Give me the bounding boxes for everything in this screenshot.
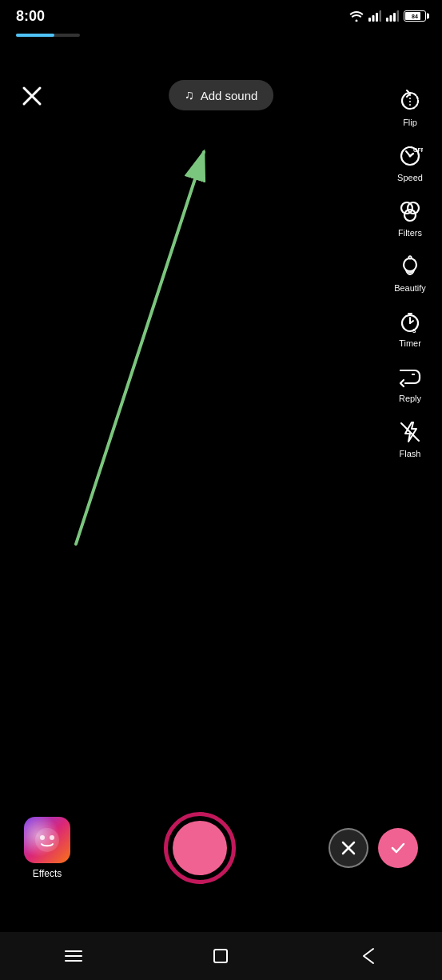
progress-bar-fill <box>16 34 54 37</box>
svg-rect-35 <box>214 950 227 962</box>
beautify-icon <box>397 254 423 279</box>
flip-button[interactable]: Flip <box>386 80 434 134</box>
right-toolbar: Flip OFF Speed Filters <box>386 80 434 465</box>
filters-label: Filters <box>398 228 422 238</box>
delete-icon <box>340 839 357 857</box>
nav-bar <box>0 932 442 980</box>
battery-text: 84 <box>412 14 418 19</box>
flash-label: Flash <box>400 449 421 458</box>
timer-icon: 3 <box>397 309 423 334</box>
svg-point-17 <box>404 210 416 221</box>
signal-icon-2 <box>386 10 399 22</box>
flash-button[interactable]: Flash <box>386 411 434 465</box>
confirm-button[interactable] <box>378 828 418 868</box>
record-button-outer[interactable] <box>164 812 236 884</box>
svg-rect-13 <box>408 146 412 148</box>
svg-rect-2 <box>376 13 378 22</box>
add-sound-label: Add sound <box>201 89 258 102</box>
flash-icon <box>397 419 423 445</box>
add-sound-button[interactable]: ♫ Add sound <box>169 80 274 110</box>
reply-label: Reply <box>399 394 421 403</box>
right-actions <box>329 828 418 868</box>
signal-icon <box>368 10 381 22</box>
progress-bar <box>16 34 80 37</box>
svg-point-12 <box>409 155 412 158</box>
effects-button[interactable]: Effects <box>24 817 70 879</box>
timer-label: Timer <box>399 338 421 348</box>
svg-rect-7 <box>397 10 400 22</box>
reply-icon <box>397 364 423 390</box>
effects-icon-inner <box>24 817 70 863</box>
svg-rect-0 <box>368 18 371 22</box>
reply-button[interactable]: Reply <box>386 356 434 410</box>
speed-label: Speed <box>397 173 423 182</box>
flip-label: Flip <box>403 118 417 127</box>
confirm-icon <box>389 839 407 857</box>
nav-menu-button[interactable] <box>58 940 90 972</box>
speed-icon-wrap: OFF <box>396 142 424 170</box>
close-button[interactable] <box>16 80 48 112</box>
svg-line-26 <box>76 152 204 544</box>
nav-home-button[interactable] <box>205 940 237 972</box>
svg-point-27 <box>35 828 59 852</box>
speed-button[interactable]: OFF Speed <box>386 135 434 189</box>
beautify-icon-wrap <box>396 252 424 281</box>
filters-button[interactable]: Filters <box>386 190 434 244</box>
wifi-icon <box>349 10 364 22</box>
speed-icon: OFF <box>397 143 423 169</box>
status-icons: 84 <box>349 10 426 22</box>
beautify-button[interactable]: Beautify <box>386 246 434 299</box>
flip-icon-wrap <box>396 86 424 115</box>
bottom-area: Effects <box>0 812 442 884</box>
flash-icon-wrap <box>396 418 424 446</box>
record-button-wrap <box>164 812 236 884</box>
effects-inner-icon <box>33 826 62 854</box>
svg-rect-4 <box>386 18 388 22</box>
svg-text:3: 3 <box>412 327 416 334</box>
timer-icon-wrap: 3 <box>396 307 424 336</box>
svg-rect-5 <box>390 15 392 22</box>
svg-point-28 <box>40 835 45 840</box>
svg-rect-23 <box>412 374 415 375</box>
flip-icon <box>397 88 423 114</box>
svg-rect-1 <box>372 15 375 22</box>
filters-icon-wrap <box>396 197 424 226</box>
record-button-inner[interactable] <box>173 821 227 875</box>
back-icon <box>361 947 376 965</box>
timer-button[interactable]: 3 Timer <box>386 301 434 354</box>
svg-rect-6 <box>393 13 396 22</box>
effects-label: Effects <box>33 868 62 879</box>
beautify-label: Beautify <box>394 283 426 293</box>
svg-point-29 <box>50 835 54 840</box>
music-icon: ♫ <box>185 88 194 102</box>
svg-text:OFF: OFF <box>413 147 423 153</box>
x-icon <box>21 85 43 107</box>
home-icon <box>212 947 229 965</box>
svg-point-18 <box>404 258 416 271</box>
delete-button[interactable] <box>329 828 368 868</box>
status-time: 8:00 <box>16 8 45 25</box>
svg-rect-21 <box>408 313 412 314</box>
svg-rect-3 <box>380 10 382 22</box>
nav-back-button[interactable] <box>352 940 384 972</box>
reply-icon-wrap <box>396 362 424 391</box>
battery-icon: 84 <box>404 10 426 22</box>
filters-icon <box>397 198 423 224</box>
effects-icon <box>24 817 70 863</box>
svg-point-19 <box>409 258 412 260</box>
menu-icon <box>64 949 83 963</box>
status-bar: 8:00 84 <box>0 0 442 32</box>
